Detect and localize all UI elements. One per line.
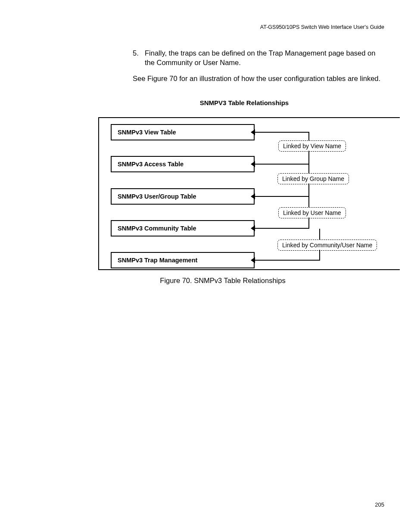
link-user-name: Linked by User Name — [278, 207, 346, 218]
body-content-area: 5. Finally, the traps can be defined on … — [133, 48, 383, 92]
usergroup-table-box: SNMPv3 User/Group Table — [111, 188, 255, 205]
list-text: Finally, the traps can be defined on the… — [145, 48, 383, 68]
list-number: 5. — [133, 48, 145, 68]
reference-paragraph: See Figure 70 for an illustration of how… — [133, 74, 383, 83]
link-group-name: Linked by Group Name — [277, 173, 349, 184]
list-item-step5: 5. Finally, the traps can be defined on … — [133, 48, 383, 68]
page-number: 205 — [375, 501, 384, 508]
figure-caption: Figure 70. SNMPv3 Table Relationships — [0, 277, 411, 285]
trap-table-box: SNMPv3 Trap Management — [111, 252, 255, 268]
view-table-box: SNMPv3 View Table — [111, 124, 255, 140]
page-header-title: AT-GS950/10PS Switch Web Interface User'… — [260, 24, 384, 30]
link-view-name: Linked by View Name — [278, 140, 346, 152]
access-table-box: SNMPv3 Access Table — [111, 156, 255, 172]
link-community-user-name: Linked by Community/User Name — [277, 240, 377, 251]
diagram-container: SNMPv3 View Table SNMPv3 Access Table SN… — [98, 117, 400, 270]
diagram-title: SNMPV3 Table Relationships — [0, 99, 411, 106]
community-table-box: SNMPv3 Community Table — [111, 220, 255, 236]
